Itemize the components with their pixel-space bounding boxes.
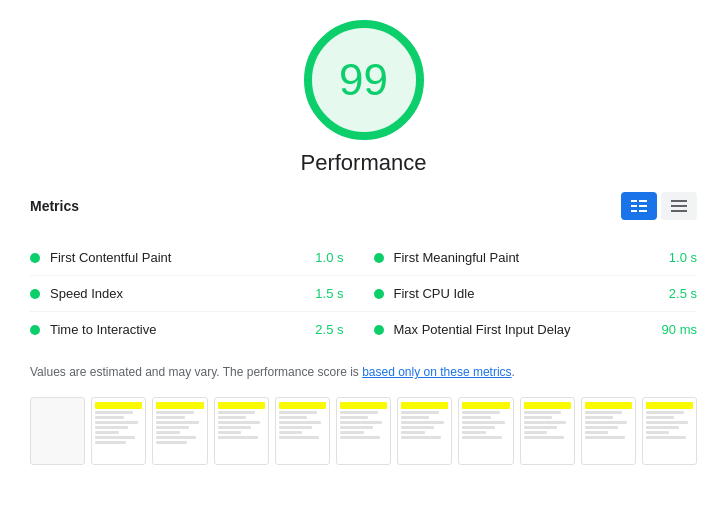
metric-name: Max Potential First Input Delay [394, 322, 640, 337]
note-text-before: Values are estimated and may vary. The p… [30, 365, 362, 379]
svg-rect-6 [671, 200, 687, 202]
filmstrip-frame-10[interactable] [581, 397, 636, 465]
svg-rect-1 [631, 205, 637, 207]
svg-rect-5 [639, 210, 647, 212]
metric-max-potential-fid: Max Potential First Input Delay 90 ms [364, 312, 698, 347]
filmstrip-frame-4[interactable] [214, 397, 269, 465]
svg-rect-7 [671, 205, 687, 207]
metric-name: First Contentful Paint [50, 250, 286, 265]
filmstrip-frame-7[interactable] [397, 397, 452, 465]
metric-dot [374, 289, 384, 299]
metrics-header: Metrics [30, 192, 697, 228]
filmstrip-frame-1[interactable] [30, 397, 85, 465]
metric-speed-index: Speed Index 1.5 s [30, 276, 364, 312]
metric-name: First CPU Idle [394, 286, 640, 301]
metric-name: First Meaningful Paint [394, 250, 640, 265]
metric-value: 90 ms [647, 322, 697, 337]
filmstrip [30, 397, 697, 465]
filmstrip-frame-9[interactable] [520, 397, 575, 465]
svg-rect-4 [639, 205, 647, 207]
metric-value: 1.0 s [294, 250, 344, 265]
filmstrip-frame-11[interactable] [642, 397, 697, 465]
metrics-link[interactable]: based only on these metrics [362, 365, 511, 379]
metric-name: Speed Index [50, 286, 286, 301]
svg-rect-2 [631, 210, 637, 212]
metric-value: 1.5 s [294, 286, 344, 301]
note-text-after: . [512, 365, 515, 379]
svg-rect-0 [631, 200, 637, 202]
metric-dot [30, 253, 40, 263]
metric-name: Time to Interactive [50, 322, 286, 337]
metric-value: 1.0 s [647, 250, 697, 265]
filmstrip-frame-2[interactable] [91, 397, 146, 465]
metric-dot [30, 289, 40, 299]
metric-first-contentful-paint: First Contentful Paint 1.0 s [30, 240, 364, 276]
metric-value: 2.5 s [294, 322, 344, 337]
score-circle: 99 [304, 20, 424, 140]
metrics-grid: First Contentful Paint 1.0 s First Meani… [30, 240, 697, 347]
score-section: 99 Performance [30, 20, 697, 176]
metric-value: 2.5 s [647, 286, 697, 301]
svg-rect-8 [671, 210, 687, 212]
score-value: 99 [339, 55, 388, 105]
list-view-button[interactable] [661, 192, 697, 220]
metric-dot [30, 325, 40, 335]
filmstrip-frame-6[interactable] [336, 397, 391, 465]
list-icon [671, 200, 687, 212]
metrics-title: Metrics [30, 198, 79, 214]
grid-view-button[interactable] [621, 192, 657, 220]
filmstrip-frame-8[interactable] [458, 397, 513, 465]
metrics-note: Values are estimated and may vary. The p… [30, 363, 697, 381]
svg-rect-3 [639, 200, 647, 202]
score-label: Performance [301, 150, 427, 176]
filmstrip-frame-5[interactable] [275, 397, 330, 465]
metric-dot [374, 253, 384, 263]
grid-icon [631, 200, 647, 212]
view-toggle [621, 192, 697, 220]
metric-time-to-interactive: Time to Interactive 2.5 s [30, 312, 364, 347]
filmstrip-frame-3[interactable] [152, 397, 207, 465]
metric-first-cpu-idle: First CPU Idle 2.5 s [364, 276, 698, 312]
metric-first-meaningful-paint: First Meaningful Paint 1.0 s [364, 240, 698, 276]
metric-dot [374, 325, 384, 335]
